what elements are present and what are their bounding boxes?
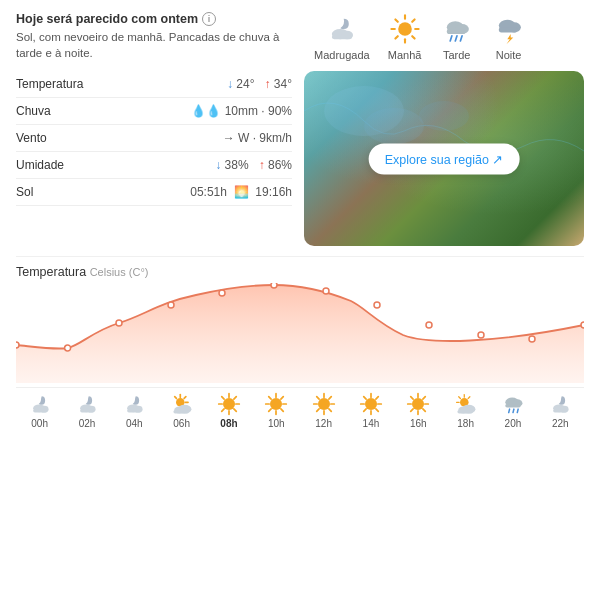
svg-line-74 <box>364 397 366 399</box>
svg-line-15 <box>450 36 452 41</box>
stat-value-chuva: 💧💧 10mm · 90% <box>106 98 292 125</box>
svg-rect-30 <box>80 409 94 412</box>
info-icon[interactable]: i <box>202 12 216 26</box>
chart-point-8 <box>426 322 432 328</box>
svg-line-57 <box>281 409 283 411</box>
svg-line-98 <box>509 409 510 412</box>
period-icon-madrugada <box>325 12 359 46</box>
hum-high: 86% <box>268 158 292 172</box>
svg-line-37 <box>184 397 186 399</box>
svg-rect-33 <box>127 409 141 412</box>
hum-down-arrow: ↓ <box>215 158 221 172</box>
stat-label-temperatura: Temperatura <box>16 71 106 98</box>
svg-line-90 <box>468 397 470 399</box>
today-header-text: Hoje será parecido com ontem <box>16 12 198 26</box>
chart-point-9 <box>478 332 484 338</box>
svg-line-85 <box>423 397 425 399</box>
stat-row-sol: Sol 05:51h 🌅 19:16h <box>16 179 292 206</box>
stat-value-temperatura: ↓ 24° ↑ 34° <box>106 71 292 98</box>
period-label-manha: Manhã <box>388 49 422 61</box>
stat-value-sol: 05:51h 🌅 19:16h <box>106 179 292 206</box>
hour-label-16h: 16h <box>410 418 427 429</box>
hour-item-10h: 10h <box>253 392 300 429</box>
svg-rect-103 <box>553 409 567 412</box>
hour-label-22h: 22h <box>552 418 569 429</box>
svg-line-11 <box>395 36 397 38</box>
svg-line-16 <box>455 36 457 41</box>
rain-icon-1: 💧 <box>191 104 206 118</box>
period-label-madrugada: Madrugada <box>314 49 370 61</box>
hour-item-18h: 18h <box>442 392 489 429</box>
period-label-noite: Noite <box>496 49 522 61</box>
hum-up-arrow: ↑ <box>259 158 265 172</box>
hour-label-18h: 18h <box>457 418 474 429</box>
hour-item-12h: 12h <box>300 392 347 429</box>
period-label-tarde: Tarde <box>443 49 471 61</box>
svg-line-47 <box>222 397 224 399</box>
svg-line-67 <box>329 397 331 399</box>
explore-region-button[interactable]: Explore sua região ↗ <box>369 143 520 174</box>
hour-icon-22h <box>548 392 572 416</box>
svg-rect-41 <box>173 410 188 413</box>
chart-area <box>16 285 584 383</box>
chart-point-4 <box>219 290 225 296</box>
stat-label-chuva: Chuva <box>16 98 106 125</box>
temperature-chart-section: Temperatura Celsius (C°) <box>16 256 584 431</box>
hour-icon-14h <box>359 392 383 416</box>
chart-point-10 <box>529 336 535 342</box>
svg-point-24 <box>419 101 469 131</box>
svg-line-58 <box>281 397 283 399</box>
svg-line-50 <box>222 409 224 411</box>
hour-icon-20h <box>501 392 525 416</box>
svg-rect-97 <box>505 404 520 407</box>
svg-line-9 <box>412 36 414 38</box>
hour-label-04h: 04h <box>126 418 143 429</box>
chart-wrapper <box>16 283 584 383</box>
svg-rect-2 <box>332 35 352 39</box>
svg-line-65 <box>316 397 318 399</box>
hour-icon-10h <box>264 392 288 416</box>
stat-label-sol: Sol <box>16 179 106 206</box>
hour-item-08h: 08h <box>205 392 252 429</box>
svg-line-59 <box>269 409 271 411</box>
svg-line-84 <box>423 409 425 411</box>
svg-line-17 <box>460 36 462 41</box>
hour-item-06h: 06h <box>158 392 205 429</box>
hour-item-00h: 00h <box>16 392 63 429</box>
stat-row-vento: Vento → W · 9km/h <box>16 125 292 152</box>
period-madrugada: Madrugada <box>314 12 370 61</box>
hour-label-08h: 08h <box>220 418 237 429</box>
svg-line-49 <box>234 397 236 399</box>
svg-line-91 <box>458 397 460 399</box>
hour-label-06h: 06h <box>173 418 190 429</box>
svg-point-60 <box>318 398 330 410</box>
svg-line-48 <box>234 409 236 411</box>
chart-point-0 <box>16 342 19 348</box>
stat-row-chuva: Chuva 💧💧 10mm · 90% <box>16 98 292 125</box>
hour-icon-08h <box>217 392 241 416</box>
svg-line-8 <box>395 19 397 21</box>
chart-point-5 <box>271 283 277 288</box>
chart-unit: Celsius (C°) <box>90 266 149 278</box>
hour-icon-16h <box>406 392 430 416</box>
stat-row-temperatura: Temperatura ↓ 24° ↑ 34° <box>16 71 292 98</box>
hour-item-02h: 02h <box>63 392 110 429</box>
temp-low: 24° <box>236 77 254 91</box>
period-noite: Noite <box>492 12 526 61</box>
period-icon-tarde <box>440 12 474 46</box>
svg-line-56 <box>269 397 271 399</box>
svg-rect-94 <box>457 410 472 413</box>
today-header: Hoje será parecido com ontem i <box>16 12 292 26</box>
hour-icon-04h <box>122 392 146 416</box>
rain-amount: 10mm · 90% <box>225 104 292 118</box>
svg-line-76 <box>376 397 378 399</box>
svg-rect-20 <box>498 27 517 32</box>
hum-low: 38% <box>225 158 249 172</box>
chart-point-3 <box>168 302 174 308</box>
hour-icon-00h <box>28 392 52 416</box>
svg-line-10 <box>412 19 414 21</box>
temperature-svg <box>16 283 584 383</box>
stat-value-vento: → W · 9km/h <box>106 125 292 152</box>
hour-icon-18h <box>454 392 478 416</box>
period-icon-manha <box>388 12 422 46</box>
